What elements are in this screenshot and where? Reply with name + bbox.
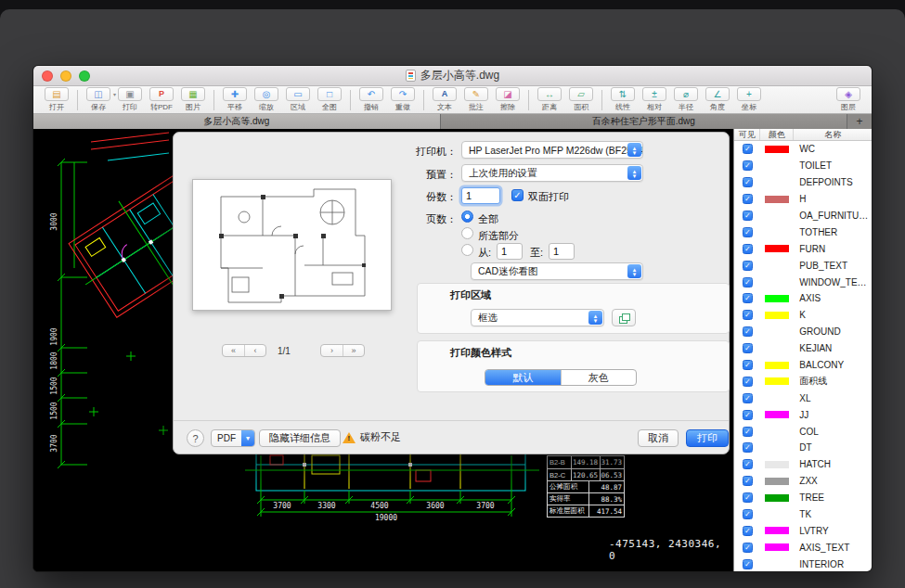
layer-color-swatch[interactable] xyxy=(765,228,789,236)
pan-icon[interactable]: ✚ xyxy=(223,87,247,101)
layer-color-swatch[interactable] xyxy=(765,543,789,551)
toolbar-item-angle[interactable]: ∠角度 xyxy=(702,87,733,112)
layer-row[interactable]: LVTRY xyxy=(734,522,872,539)
layer-visible-checkbox[interactable] xyxy=(743,194,753,204)
layer-color-swatch[interactable] xyxy=(765,162,789,170)
layer-color-swatch[interactable] xyxy=(765,560,789,568)
layer-visible-checkbox[interactable] xyxy=(743,492,753,503)
layer-row[interactable]: TREE xyxy=(734,490,872,506)
document-tab[interactable]: 百余种住宅户形平面.dwg xyxy=(441,114,848,129)
area-icon[interactable]: ▱ xyxy=(569,87,593,101)
layer-color-swatch[interactable] xyxy=(765,461,789,468)
relative-icon[interactable]: ± xyxy=(642,87,666,101)
toolbar-item-radius[interactable]: ⌀半径 xyxy=(670,87,702,112)
toolbar-item-coordinate[interactable]: +坐标 xyxy=(733,87,765,112)
layer-visible-checkbox[interactable] xyxy=(743,326,753,337)
linear-icon[interactable]: ⇅ xyxy=(611,87,635,101)
pages-radio-range[interactable] xyxy=(461,244,473,256)
layer-row[interactable]: HATCH xyxy=(734,456,872,473)
toolbar-item-layers[interactable]: ◈图层 xyxy=(833,87,864,112)
layer-row[interactable]: 面积线 xyxy=(734,373,872,390)
layer-row[interactable]: AXIS xyxy=(734,290,872,307)
pdf-icon[interactable]: P xyxy=(149,87,174,101)
layer-visible-checkbox[interactable] xyxy=(743,177,753,187)
layer-color-swatch[interactable] xyxy=(765,362,789,369)
layer-visible-checkbox[interactable] xyxy=(743,410,753,420)
layer-visible-checkbox[interactable] xyxy=(743,377,753,387)
toolbar-item-region[interactable]: ▭区域 xyxy=(282,87,314,112)
layer-row[interactable]: BALCONY xyxy=(734,357,872,374)
layer-row[interactable]: TK xyxy=(734,506,872,523)
layer-color-swatch[interactable] xyxy=(765,328,789,336)
layer-visible-checkbox[interactable] xyxy=(743,543,753,553)
printer-select[interactable]: HP LaserJet Pro MFP M226dw (BF2574) xyxy=(461,141,643,159)
layer-visible-checkbox[interactable] xyxy=(743,427,753,437)
fullview-icon[interactable]: □ xyxy=(317,87,342,101)
layer-row[interactable]: H xyxy=(734,191,872,208)
layer-visible-checkbox[interactable] xyxy=(743,261,753,271)
annotate-icon[interactable]: ✎ xyxy=(464,87,488,101)
previous-page-button[interactable]: ‹ xyxy=(244,345,265,356)
minimize-button[interactable] xyxy=(60,70,71,82)
cancel-button[interactable]: 取消 xyxy=(638,429,679,447)
image-icon[interactable]: ▦ xyxy=(181,87,205,101)
print-area-select[interactable]: 框选 xyxy=(471,309,604,326)
app-options-select[interactable]: CAD迷你看图 xyxy=(471,262,643,280)
toolbar-item-pdf[interactable]: P转PDF xyxy=(146,87,177,112)
cad-canvas[interactable]: B2-B149.18131.73B2-C120.65106.53公摊面积48.8… xyxy=(33,129,733,572)
toolbar-item-redo[interactable]: ↷重做 xyxy=(387,87,419,112)
toolbar-item-text[interactable]: A文本 xyxy=(429,87,460,112)
layer-visible-checkbox[interactable] xyxy=(743,476,753,486)
layer-color-swatch[interactable] xyxy=(765,212,789,220)
toolbar-item-relative[interactable]: ±相对 xyxy=(639,87,670,112)
redo-icon[interactable]: ↷ xyxy=(391,87,415,101)
region-icon[interactable]: ▭ xyxy=(286,87,310,101)
toolbar-item-annotate[interactable]: ✎批注 xyxy=(460,87,492,112)
angle-icon[interactable]: ∠ xyxy=(705,87,730,101)
layer-visible-checkbox[interactable] xyxy=(743,393,753,403)
toolbar-item-image[interactable]: ▦图片 xyxy=(177,87,209,112)
layer-row[interactable]: K xyxy=(734,307,872,324)
duplex-checkbox[interactable] xyxy=(511,189,524,201)
pages-from-input[interactable] xyxy=(497,243,523,260)
layer-color-swatch[interactable] xyxy=(765,146,789,153)
layer-row[interactable]: AXIS_TEXT xyxy=(734,539,872,556)
copies-input[interactable] xyxy=(461,187,500,204)
layer-visible-checkbox[interactable] xyxy=(743,442,753,453)
layer-row[interactable]: WINDOW_TE… xyxy=(734,274,872,290)
layer-color-swatch[interactable] xyxy=(765,478,789,485)
color-style-option[interactable]: 默认 xyxy=(485,370,561,385)
layer-color-swatch[interactable] xyxy=(765,245,789,252)
toolbar-item-erase[interactable]: ◪擦除 xyxy=(492,87,524,112)
layer-color-swatch[interactable] xyxy=(765,196,789,203)
toolbar-item-fullview[interactable]: □全图 xyxy=(314,87,345,112)
toolbar-item-linear[interactable]: ⇅线性 xyxy=(607,87,639,112)
next-page-button[interactable]: › xyxy=(321,345,343,356)
layer-row[interactable]: JJ xyxy=(734,406,872,423)
close-button[interactable] xyxy=(42,70,53,82)
toolbar-item-pan[interactable]: ✚平移 xyxy=(219,87,251,112)
layer-row[interactable]: KEJIAN xyxy=(734,340,872,357)
layer-visible-checkbox[interactable] xyxy=(743,277,753,288)
layer-visible-checkbox[interactable] xyxy=(743,509,753,519)
print-button[interactable]: 打印 xyxy=(686,429,729,447)
layer-visible-checkbox[interactable] xyxy=(743,459,753,469)
coordinate-icon[interactable]: + xyxy=(737,87,761,101)
layer-color-swatch[interactable] xyxy=(765,428,789,435)
undo-icon[interactable]: ↶ xyxy=(359,87,383,101)
layer-visible-checkbox[interactable] xyxy=(743,559,753,569)
pages-radio-all[interactable] xyxy=(461,211,473,223)
layer-color-swatch[interactable] xyxy=(765,295,789,302)
document-tab[interactable]: 多层小高等.dwg xyxy=(33,114,441,129)
layer-row[interactable]: GROUND xyxy=(734,324,872,340)
layer-row[interactable]: TOTHER xyxy=(734,224,872,240)
layer-color-swatch[interactable] xyxy=(765,312,789,319)
first-page-button[interactable]: « xyxy=(223,345,244,356)
print-icon[interactable]: ▣ xyxy=(118,87,142,101)
layer-visible-checkbox[interactable] xyxy=(743,244,753,254)
layer-row[interactable]: DEFPOINTS xyxy=(734,174,872,191)
pick-area-button[interactable] xyxy=(612,309,636,326)
layer-visible-checkbox[interactable] xyxy=(743,227,753,237)
layer-row[interactable]: TOILET xyxy=(734,158,872,174)
layer-visible-checkbox[interactable] xyxy=(743,360,753,370)
